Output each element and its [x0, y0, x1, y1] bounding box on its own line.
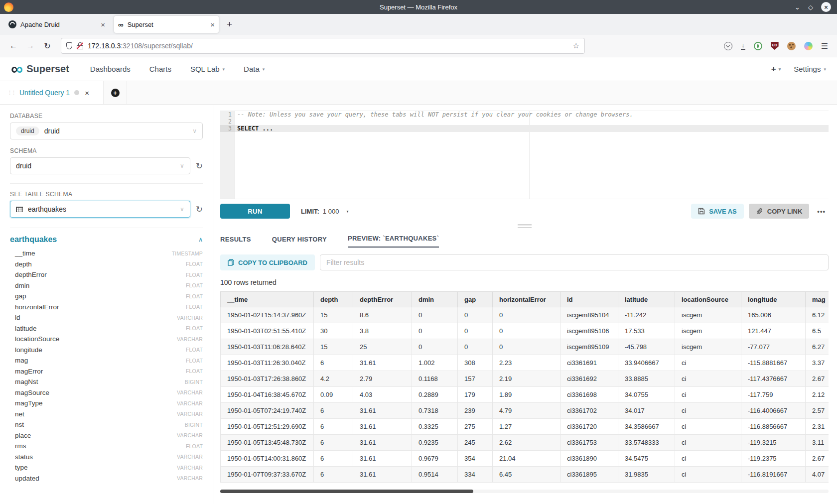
table-schema-header[interactable]: earthquakes ∧	[10, 234, 203, 245]
table-header-cell[interactable]: dmin	[412, 292, 458, 307]
schema-column-row[interactable]: latitudeFLOAT	[10, 323, 203, 334]
collapse-icon[interactable]: ∧	[198, 236, 203, 243]
nav-data[interactable]: Data▾	[244, 65, 265, 73]
schema-column-row[interactable]: dminFLOAT	[10, 280, 203, 291]
schema-column-row[interactable]: gapFLOAT	[10, 291, 203, 302]
save-as-button[interactable]: SAVE AS	[691, 204, 744, 219]
extension-asterisk-icon[interactable]	[804, 42, 813, 50]
nav-sql-lab[interactable]: SQL Lab▾	[190, 65, 225, 73]
refresh-table-icon[interactable]: ↻	[196, 205, 203, 214]
pocket-icon[interactable]	[724, 42, 732, 50]
menu-icon[interactable]: ☰	[821, 41, 828, 51]
sidebar-divider	[10, 183, 203, 184]
close-tab-icon[interactable]: ×	[101, 20, 105, 29]
table-cell: iscgem	[675, 339, 741, 355]
table-header-cell[interactable]: mag	[806, 292, 829, 307]
tracking-shield-icon[interactable]	[66, 42, 72, 49]
schema-column-row[interactable]: magNstBIGINT	[10, 377, 203, 387]
schema-column-row[interactable]: horizontalErrorFLOAT	[10, 302, 203, 313]
close-tab-icon[interactable]: ×	[210, 20, 215, 29]
schema-column-row[interactable]: depthFLOAT	[10, 259, 203, 270]
table-header-cell[interactable]: depth	[314, 292, 353, 307]
schema-column-row[interactable]: magSourceVARCHAR	[10, 387, 203, 398]
table-header-cell[interactable]: depthError	[353, 292, 412, 307]
bookmark-star-icon[interactable]: ☆	[573, 41, 579, 50]
chevron-down-icon: ∨	[180, 206, 184, 213]
downloads-icon[interactable]: ↓	[741, 42, 745, 50]
line-code: -- Note: Unless you save your query, the…	[235, 111, 633, 118]
schema-column-row[interactable]: depthErrorFLOAT	[10, 269, 203, 280]
table-header-cell[interactable]: __time	[221, 292, 314, 307]
schema-column-row[interactable]: locationSourceVARCHAR	[10, 334, 203, 345]
horizontal-scrollbar[interactable]	[220, 490, 829, 493]
minimize-icon[interactable]: ⌄	[795, 4, 800, 10]
table-header-cell[interactable]: id	[560, 292, 618, 307]
schema-column-row[interactable]: magTypeVARCHAR	[10, 398, 203, 409]
table-header-cell[interactable]: horizontalError	[493, 292, 560, 307]
schema-column-row[interactable]: netVARCHAR	[10, 409, 203, 420]
drag-handle-icon[interactable]: ⋮⋮	[7, 90, 15, 96]
table-name[interactable]: earthquakes	[10, 235, 57, 244]
schema-column-row[interactable]: statusVARCHAR	[10, 452, 203, 463]
tab-preview-earthquakes[interactable]: PREVIEW: `EARTHQUAKES`	[348, 235, 439, 248]
schema-column-row[interactable]: __timeTIMESTAMP	[10, 248, 203, 259]
more-options-button[interactable]: •••	[814, 208, 829, 215]
schema-column-row[interactable]: magErrorFLOAT	[10, 366, 203, 377]
schema-column-row[interactable]: nstBIGINT	[10, 419, 203, 430]
table-header-cell[interactable]: longitude	[741, 292, 806, 307]
back-icon[interactable]: ←	[6, 41, 21, 50]
new-query-tab-button[interactable]: +	[111, 89, 120, 97]
browser-tab-druid[interactable]: Apache Druid ×	[4, 16, 109, 33]
schema-column-row[interactable]: rmsFLOAT	[10, 441, 203, 452]
copy-link-button[interactable]: COPY LINK	[749, 204, 810, 219]
tab-query-history[interactable]: QUERY HISTORY	[272, 236, 327, 248]
superset-brand[interactable]: Superset	[26, 63, 69, 75]
filter-results-input[interactable]	[320, 254, 829, 270]
maximize-icon[interactable]: ◇	[808, 4, 813, 10]
schema-column-row[interactable]: placeVARCHAR	[10, 430, 203, 441]
privacy-badger-icon[interactable]	[754, 42, 762, 50]
close-query-tab-icon[interactable]: ×	[85, 89, 89, 97]
new-tab-button[interactable]: +	[224, 19, 235, 30]
schema-column-row[interactable]: typeVARCHAR	[10, 462, 203, 473]
table-header-cell[interactable]: gap	[458, 292, 493, 307]
settings-menu-button[interactable]: Settings▾	[794, 65, 826, 73]
schema-column-row[interactable]: idVARCHAR	[10, 312, 203, 323]
insecure-lock-icon[interactable]	[77, 42, 83, 49]
column-name: dmin	[15, 282, 29, 289]
tab-results[interactable]: RESULTS	[220, 236, 251, 248]
schema-column-row[interactable]: updatedVARCHAR	[10, 473, 203, 484]
table-header-cell[interactable]: latitude	[618, 292, 675, 307]
pane-resize-grip[interactable]	[518, 224, 532, 228]
database-select[interactable]: druid druid ∨	[10, 123, 203, 139]
sql-editor[interactable]: 1 -- Note: Unless you save your query, t…	[220, 111, 829, 199]
nav-charts[interactable]: Charts	[149, 65, 171, 73]
table-header-cell[interactable]: locationSource	[675, 292, 741, 307]
cookie-extension-icon[interactable]	[787, 42, 796, 50]
add-menu-button[interactable]: +▾	[771, 64, 781, 74]
nav-dashboards[interactable]: Dashboards	[90, 65, 131, 73]
superset-logo-icon[interactable]: ∞	[11, 61, 23, 77]
limit-dropdown[interactable]: LIMIT: 1 000 ▾	[301, 208, 348, 215]
query-tab-untitled[interactable]: ⋮⋮ Untitled Query 1 ×	[0, 81, 104, 104]
browser-tab-superset[interactable]: ∞ Superset ×	[114, 16, 219, 33]
scrollbar-thumb[interactable]	[220, 490, 473, 493]
extension-icons: ↓ UO ☰	[724, 41, 831, 51]
forward-icon[interactable]: →	[23, 41, 38, 50]
druid-favicon	[8, 20, 16, 28]
table-cell: ci	[675, 387, 741, 403]
copy-to-clipboard-button[interactable]: COPY TO CLIPBOARD	[220, 254, 315, 270]
schema-select[interactable]: druid ∨	[10, 157, 190, 174]
schema-column-row[interactable]: longitudeFLOAT	[10, 345, 203, 356]
table-row: 1950-01-05T13:45:48.730Z631.610.92352452…	[221, 435, 829, 451]
schema-column-row[interactable]: magFLOAT	[10, 355, 203, 366]
reload-icon[interactable]: ↻	[40, 41, 55, 51]
ublock-origin-icon[interactable]: UO	[771, 42, 779, 50]
refresh-schema-icon[interactable]: ↻	[196, 162, 203, 170]
table-cell: 1950-01-03T17:26:38.860Z	[221, 371, 314, 387]
url-text[interactable]: 172.18.0.3:32108/superset/sqllab/	[88, 42, 568, 50]
close-window-icon[interactable]: ×	[821, 2, 831, 12]
url-bar[interactable]: 172.18.0.3:32108/superset/sqllab/ ☆	[61, 38, 585, 54]
run-button[interactable]: RUN	[220, 204, 290, 219]
table-schema-select[interactable]: earthquakes ∨	[10, 201, 190, 218]
